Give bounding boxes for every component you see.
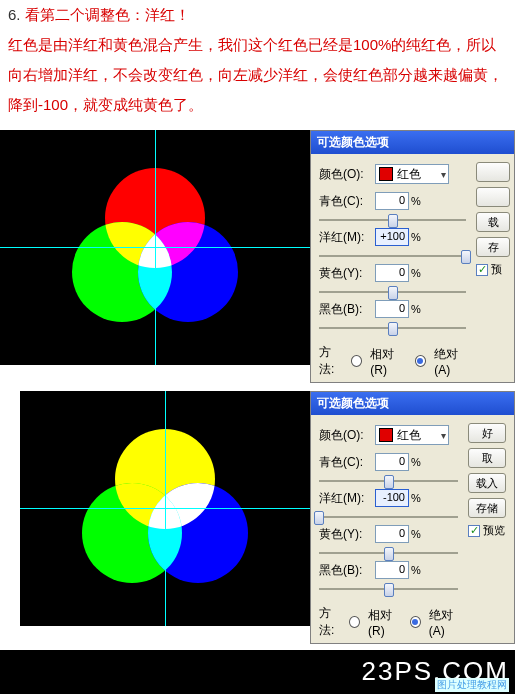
cyan-input[interactable]: 0 xyxy=(375,453,409,471)
guide-horizontal xyxy=(0,247,310,248)
pct: % xyxy=(411,456,425,468)
preview-label: 预 xyxy=(491,262,502,277)
method-relative-label: 相对(R) xyxy=(368,607,404,638)
load-button[interactable]: 载 xyxy=(476,212,510,232)
pct: % xyxy=(411,231,425,243)
color-swatch-icon xyxy=(379,428,393,442)
color-swatch-icon xyxy=(379,167,393,181)
cancel-button[interactable]: 取 xyxy=(468,448,506,468)
yellow-label: 黄色(Y): xyxy=(319,526,375,543)
black-slider[interactable] xyxy=(319,320,466,336)
method-relative-label: 相对(R) xyxy=(370,346,408,377)
yellow-input[interactable]: 0 xyxy=(375,525,409,543)
pct: % xyxy=(411,492,425,504)
cyan-label: 青色(C): xyxy=(319,193,375,210)
yellow-input[interactable]: 0 xyxy=(375,264,409,282)
dialog-title: 可选颜色选项 xyxy=(311,392,514,415)
magenta-slider[interactable] xyxy=(319,509,458,525)
save-button[interactable]: 存 xyxy=(476,237,510,257)
yellow-slider[interactable] xyxy=(319,284,466,300)
cancel-button[interactable] xyxy=(476,187,510,207)
ok-button[interactable]: 好 xyxy=(468,423,506,443)
method-absolute-label: 绝对(A) xyxy=(434,346,472,377)
cyan-input[interactable]: 0 xyxy=(375,192,409,210)
canvas-preview-1 xyxy=(0,130,310,365)
step-title: 看第二个调整色：洋红！ xyxy=(25,6,190,23)
yellow-slider[interactable] xyxy=(319,545,458,561)
load-button[interactable]: 载入 xyxy=(468,473,506,493)
black-label: 黑色(B): xyxy=(319,562,375,579)
chevron-down-icon: ▾ xyxy=(441,169,446,180)
guide-horizontal xyxy=(20,508,310,509)
color-name: 红色 xyxy=(397,166,421,183)
method-label: 方法: xyxy=(319,344,345,378)
save-button[interactable]: 存储 xyxy=(468,498,506,518)
yellow-label: 黄色(Y): xyxy=(319,265,375,282)
magenta-input[interactable]: -100 xyxy=(375,489,409,507)
method-absolute-radio[interactable] xyxy=(410,616,421,628)
step-number: 6. xyxy=(8,6,21,23)
magenta-label: 洋红(M): xyxy=(319,229,375,246)
pct: % xyxy=(411,564,425,576)
magenta-slider[interactable] xyxy=(319,248,466,264)
black-input[interactable]: 0 xyxy=(375,561,409,579)
pct: % xyxy=(411,267,425,279)
selective-color-dialog-1: 可选颜色选项 颜色(O): 红色 ▾ 青色(C): 0 % xyxy=(310,130,515,383)
method-relative-radio[interactable] xyxy=(349,616,360,628)
cyan-label: 青色(C): xyxy=(319,454,375,471)
color-dropdown[interactable]: 红色 ▾ xyxy=(375,425,449,445)
pct: % xyxy=(411,528,425,540)
dialog-title: 可选颜色选项 xyxy=(311,131,514,154)
site-tagline: 图片处理教程网 xyxy=(435,678,509,692)
black-label: 黑色(B): xyxy=(319,301,375,318)
canvas-preview-2 xyxy=(20,391,310,626)
magenta-label: 洋红(M): xyxy=(319,490,375,507)
method-absolute-radio[interactable] xyxy=(415,355,426,367)
color-label: 颜色(O): xyxy=(319,166,375,183)
cyan-slider[interactable] xyxy=(319,212,466,228)
color-dropdown[interactable]: 红色 ▾ xyxy=(375,164,449,184)
preview-label: 预览 xyxy=(483,523,505,538)
black-slider[interactable] xyxy=(319,581,458,597)
black-input[interactable]: 0 xyxy=(375,300,409,318)
footer-watermark: 23PS.COM 图片处理教程网 xyxy=(0,650,515,694)
pct: % xyxy=(411,303,425,315)
tutorial-text: 6. 看第二个调整色：洋红！ 红色是由洋红和黄色混合产生，我们这个红色已经是10… xyxy=(0,0,515,130)
ok-button[interactable] xyxy=(476,162,510,182)
method-relative-radio[interactable] xyxy=(351,355,362,367)
chevron-down-icon: ▾ xyxy=(441,430,446,441)
color-label: 颜色(O): xyxy=(319,427,375,444)
color-name: 红色 xyxy=(397,427,421,444)
preview-checkbox[interactable]: ✓ xyxy=(476,264,488,276)
method-absolute-label: 绝对(A) xyxy=(429,607,464,638)
method-label: 方法: xyxy=(319,605,343,639)
step-body: 红色是由洋红和黄色混合产生，我们这个红色已经是100%的纯红色，所以向右增加洋红… xyxy=(8,36,503,113)
pct: % xyxy=(411,195,425,207)
cyan-slider[interactable] xyxy=(319,473,458,489)
magenta-input[interactable]: +100 xyxy=(375,228,409,246)
preview-checkbox[interactable]: ✓ xyxy=(468,525,480,537)
selective-color-dialog-2: 可选颜色选项 颜色(O): 红色 ▾ 青色(C): 0 % xyxy=(310,391,515,644)
